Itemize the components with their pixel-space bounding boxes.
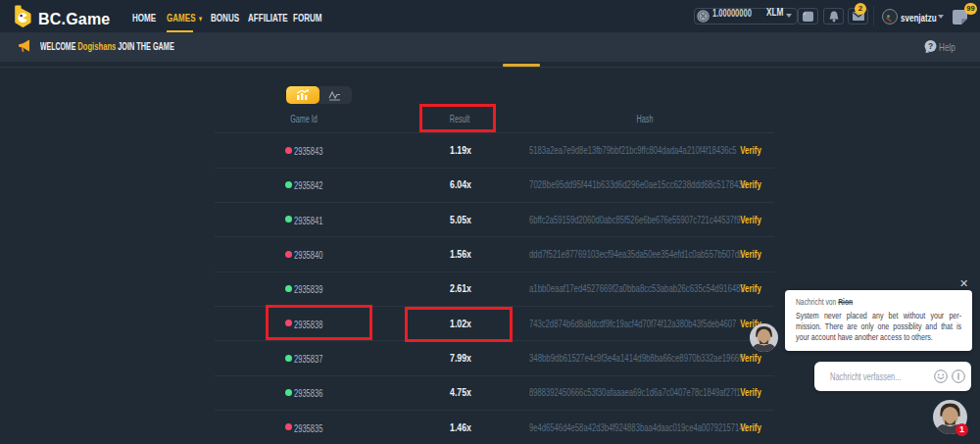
svg-text:?: ?	[928, 41, 933, 51]
